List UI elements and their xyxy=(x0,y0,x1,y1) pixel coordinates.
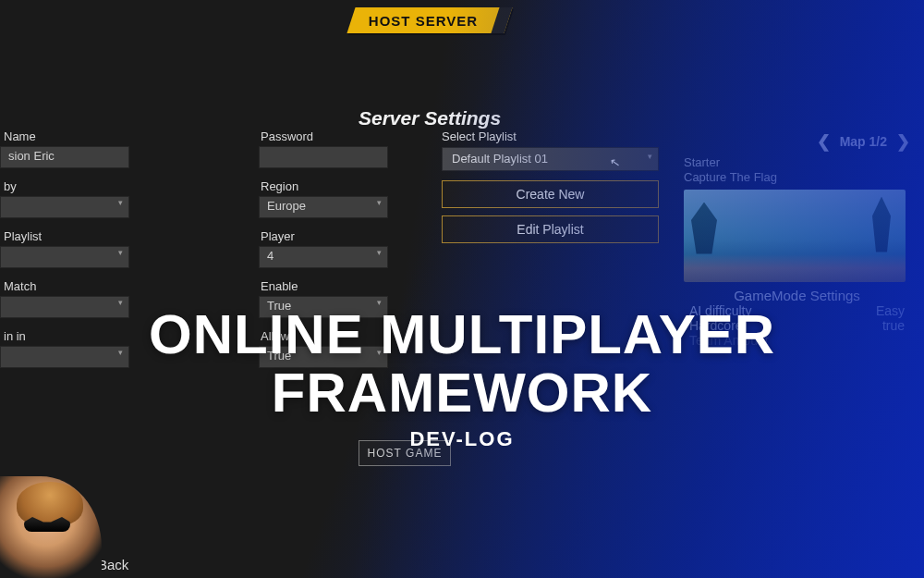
allow-invites-dropdown[interactable]: True▾ xyxy=(259,346,388,368)
chevron-down-icon: ▾ xyxy=(648,145,652,167)
server-settings-title: Server Settings xyxy=(359,107,501,129)
by-dropdown[interactable]: ▾ xyxy=(0,196,129,218)
gm-row: AI difficultyEasy xyxy=(684,303,910,318)
allow-invites-value: True xyxy=(267,349,291,363)
gamemode-settings-title: GameMode Settings xyxy=(684,288,910,303)
map-meta: Starter Capture The Flag xyxy=(684,155,910,186)
voice-chat-dropdown[interactable]: True▾ xyxy=(259,296,388,318)
field-label-by: by xyxy=(4,179,17,193)
region-value: Europe xyxy=(267,199,306,213)
map-mode: Capture The Flag xyxy=(684,170,910,185)
map-nav-label: Map 1/2 xyxy=(840,134,887,149)
cursor-icon: ↖ xyxy=(609,154,621,170)
playlist-selected-value: Default Playlist 01 xyxy=(452,152,548,166)
chevron-down-icon: ▾ xyxy=(377,198,382,207)
map-next-arrow-icon[interactable]: ❯ xyxy=(896,131,910,152)
chevron-down-icon: ▾ xyxy=(118,298,123,307)
field-label-match: Match xyxy=(4,279,36,293)
gm-row: Team Amount xyxy=(684,333,910,348)
server-name-value: sion Eric xyxy=(8,149,55,163)
overlay-subtitle: DEV-LOG xyxy=(0,427,924,451)
map-name: Starter xyxy=(684,155,910,170)
create-new-button[interactable]: Create New xyxy=(442,180,659,208)
select-playlist-label: Select Playlist xyxy=(442,129,659,143)
host-server-banner: HOST SERVER xyxy=(346,7,512,33)
back-button[interactable]: Back xyxy=(98,557,128,572)
field-label-region: Region xyxy=(261,179,298,193)
playlist-panel: Select Playlist Default Playlist 01 ▾ Cr… xyxy=(442,129,659,251)
field-label-playlist: Playlist xyxy=(4,229,42,243)
chevron-down-icon: ▾ xyxy=(377,298,382,307)
voice-chat-value: True xyxy=(267,299,291,313)
chevron-down-icon: ▾ xyxy=(377,248,382,257)
playlist-dropdown[interactable]: ▾ xyxy=(0,246,129,268)
server-name-input[interactable]: sion Eric xyxy=(0,146,129,168)
chevron-down-icon: ▾ xyxy=(118,248,123,257)
overlay-title-line1: ONLINE MULTIPLAYER xyxy=(149,303,775,365)
chevron-down-icon: ▾ xyxy=(377,348,382,357)
field-label-password: Password xyxy=(261,129,313,143)
chevron-down-icon: ▾ xyxy=(118,198,123,207)
host-server-banner-text: HOST SERVER xyxy=(369,13,478,29)
gm-val: Easy xyxy=(876,303,905,318)
field-label-name: Name xyxy=(4,129,36,143)
map-nav: ❮ Map 1/2 ❯ xyxy=(684,131,910,152)
join-in-progress-dropdown[interactable]: ▾ xyxy=(0,346,129,368)
player-amount-dropdown[interactable]: 4▾ xyxy=(259,246,388,268)
gm-val: true xyxy=(882,318,905,333)
chevron-down-icon: ▾ xyxy=(118,348,123,357)
map-preview-panel: ❮ Map 1/2 ❯ Starter Capture The Flag Gam… xyxy=(684,131,910,348)
gm-key: Team Amount xyxy=(689,333,769,348)
playlist-select[interactable]: Default Playlist 01 ▾ xyxy=(442,147,659,171)
gm-key: AI difficulty xyxy=(689,303,751,318)
presenter-webcam xyxy=(0,476,102,578)
overlay-title-line2: FRAMEWORK xyxy=(272,362,652,424)
gm-row: Hardcoretrue xyxy=(684,318,910,333)
map-thumbnail[interactable] xyxy=(684,190,906,282)
host-game-button[interactable]: HOST GAME xyxy=(359,440,451,466)
edit-playlist-button[interactable]: Edit Playlist xyxy=(442,215,659,243)
password-input[interactable] xyxy=(259,146,388,168)
match-dropdown[interactable]: ▾ xyxy=(0,296,129,318)
gm-key: Hardcore xyxy=(689,318,743,333)
player-amount-value: 4 xyxy=(267,249,274,263)
region-dropdown[interactable]: Europe▾ xyxy=(259,196,388,218)
map-prev-arrow-icon[interactable]: ❮ xyxy=(817,131,831,152)
